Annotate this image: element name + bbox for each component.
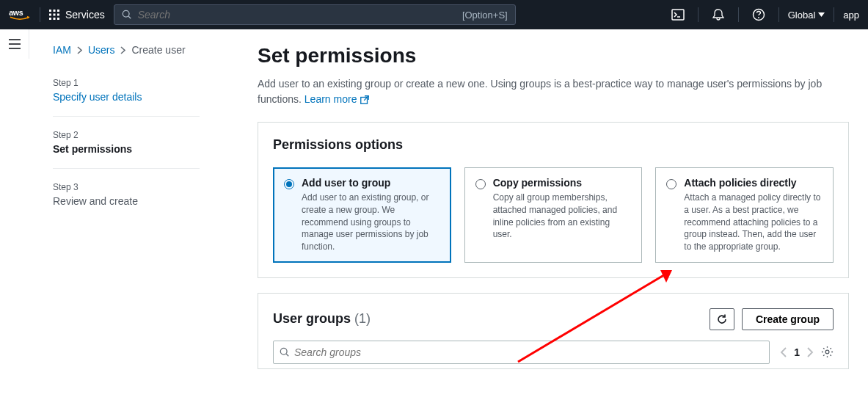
- search-icon: [122, 10, 132, 20]
- option-add-to-group[interactable]: Add user to group Add user to an existin…: [273, 167, 451, 263]
- svg-rect-7: [49, 18, 51, 20]
- wizard-step-3: Step 3 Review and create: [53, 175, 258, 214]
- svg-rect-2: [54, 10, 56, 12]
- svg-point-23: [825, 351, 829, 354]
- groups-search-input[interactable]: [294, 346, 763, 358]
- user-groups-panel: User groups (1) Create group 1: [258, 293, 849, 369]
- svg-point-10: [123, 10, 129, 17]
- breadcrumb: IAM Users Create user: [53, 44, 258, 56]
- top-navbar: aws Services [Option+S] Global app: [0, 0, 868, 29]
- svg-rect-9: [57, 18, 59, 20]
- step-title: Specify user details: [53, 91, 258, 103]
- main-content: Set permissions Add user to an existing …: [258, 29, 868, 384]
- side-nav-toggle[interactable]: [0, 29, 29, 59]
- global-search[interactable]: [Option+S]: [114, 4, 516, 25]
- radio-icon: [475, 179, 486, 189]
- refresh-icon: [716, 313, 728, 325]
- wizard-step-2: Step 2 Set permissions: [53, 123, 258, 162]
- radio-icon: [666, 179, 676, 189]
- cloudshell-icon[interactable]: [667, 8, 689, 21]
- option-copy-permissions[interactable]: Copy permissions Copy all group membersh…: [464, 167, 643, 263]
- wizard-sidebar: IAM Users Create user Step 1 Specify use…: [29, 29, 258, 384]
- panel-heading: User groups (1): [273, 311, 371, 327]
- aws-logo[interactable]: aws: [9, 8, 31, 21]
- chevron-right-icon: [77, 46, 82, 54]
- option-desc: Add user to an existing group, or create…: [302, 192, 440, 253]
- hamburger-icon: [9, 39, 21, 49]
- next-page-icon[interactable]: [807, 347, 814, 357]
- svg-text:aws: aws: [9, 8, 23, 17]
- option-attach-policies[interactable]: Attach policies directly Attach a manage…: [655, 167, 834, 263]
- prev-page-icon[interactable]: [780, 347, 787, 357]
- svg-rect-5: [54, 14, 56, 16]
- step-number: Step 3: [53, 182, 258, 192]
- step-title: Set permissions: [53, 143, 258, 155]
- step-number: Step 2: [53, 130, 258, 140]
- account-menu[interactable]: app: [843, 10, 859, 21]
- chevron-right-icon: [120, 46, 125, 54]
- services-label: Services: [65, 9, 105, 21]
- settings-icon[interactable]: [821, 346, 834, 358]
- search-input[interactable]: [138, 9, 456, 21]
- svg-rect-8: [54, 18, 56, 20]
- radio-icon: [284, 179, 294, 189]
- page-subtitle: Add user to an existing group or create …: [258, 76, 849, 107]
- pagination: 1: [780, 346, 834, 358]
- breadcrumb-users[interactable]: Users: [88, 44, 115, 56]
- permissions-options-panel: Permissions options Add user to group Ad…: [258, 122, 849, 278]
- refresh-button[interactable]: [710, 308, 734, 330]
- search-icon: [280, 347, 290, 357]
- page-title: Set permissions: [258, 44, 849, 68]
- breadcrumb-current: Create user: [131, 44, 185, 56]
- svg-line-20: [365, 95, 369, 100]
- divider: [738, 7, 739, 22]
- groups-count: (1): [354, 311, 371, 326]
- region-selector[interactable]: Global: [788, 10, 825, 21]
- divider: [53, 116, 200, 117]
- panel-heading: Permissions options: [273, 137, 834, 153]
- svg-line-22: [286, 354, 288, 356]
- wizard-step-1[interactable]: Step 1 Specify user details: [53, 70, 258, 110]
- divider: [698, 7, 699, 22]
- svg-point-21: [280, 348, 287, 354]
- option-title: Attach policies directly: [684, 177, 823, 189]
- grid-icon: [49, 10, 59, 20]
- svg-line-11: [128, 16, 131, 18]
- divider: [53, 168, 200, 169]
- svg-point-15: [758, 17, 759, 18]
- search-hotkey: [Option+S]: [462, 10, 508, 21]
- services-menu[interactable]: Services: [49, 9, 105, 21]
- help-icon[interactable]: [748, 8, 770, 21]
- option-desc: Copy all group memberships, attached man…: [493, 192, 632, 241]
- current-page: 1: [794, 346, 800, 358]
- svg-rect-3: [57, 10, 59, 12]
- svg-rect-4: [49, 14, 51, 16]
- learn-more-link[interactable]: Learn more: [304, 92, 371, 107]
- option-title: Copy permissions: [493, 177, 632, 189]
- divider: [40, 7, 40, 22]
- option-desc: Attach a managed policy directly to a us…: [684, 192, 823, 253]
- svg-rect-12: [672, 10, 684, 20]
- svg-rect-1: [49, 10, 51, 12]
- svg-rect-6: [57, 14, 59, 16]
- region-label: Global: [788, 10, 816, 21]
- step-number: Step 1: [53, 78, 258, 88]
- breadcrumb-iam[interactable]: IAM: [53, 44, 71, 56]
- step-title: Review and create: [53, 195, 258, 207]
- notifications-icon[interactable]: [707, 8, 729, 21]
- caret-down-icon: [818, 12, 825, 17]
- divider: [834, 7, 834, 22]
- groups-search[interactable]: [273, 341, 770, 364]
- divider: [778, 7, 779, 22]
- option-title: Add user to group: [302, 177, 440, 189]
- create-group-button[interactable]: Create group: [742, 308, 834, 330]
- external-link-icon: [360, 95, 370, 105]
